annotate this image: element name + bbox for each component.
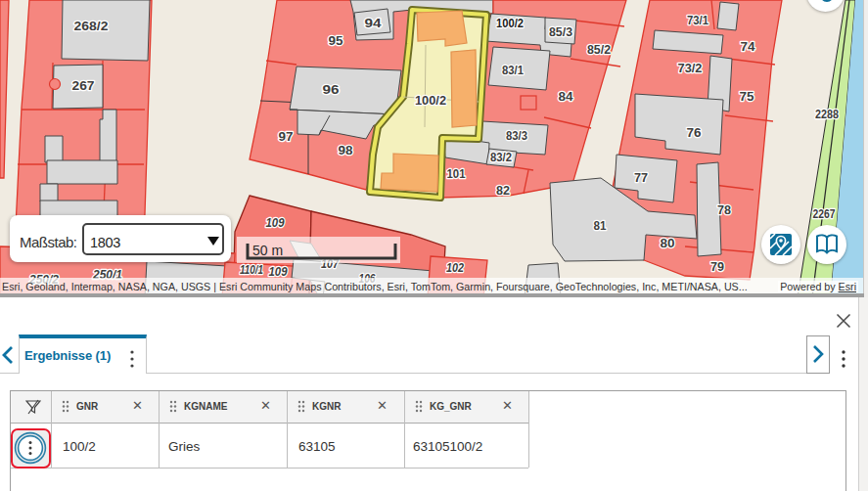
svg-text:94: 94 bbox=[365, 16, 383, 30]
svg-text:79: 79 bbox=[710, 259, 724, 274]
svg-text:77: 77 bbox=[634, 170, 648, 185]
svg-text:83/3: 83/3 bbox=[506, 128, 527, 143]
svg-text:2288: 2288 bbox=[815, 107, 839, 121]
svg-text:268/2: 268/2 bbox=[74, 19, 109, 33]
svg-text:83/1: 83/1 bbox=[502, 63, 524, 77]
svg-text:78: 78 bbox=[717, 202, 731, 217]
svg-text:97: 97 bbox=[279, 129, 294, 144]
svg-text:110/1: 110/1 bbox=[240, 262, 263, 277]
svg-text:267: 267 bbox=[72, 78, 95, 93]
svg-text:101: 101 bbox=[447, 166, 466, 181]
svg-text:100/2: 100/2 bbox=[415, 93, 446, 108]
svg-text:75: 75 bbox=[740, 89, 754, 104]
svg-text:96: 96 bbox=[323, 82, 340, 97]
svg-text:95: 95 bbox=[329, 33, 343, 48]
svg-text:109: 109 bbox=[269, 264, 289, 279]
svg-text:85/3: 85/3 bbox=[549, 24, 572, 39]
svg-text:102: 102 bbox=[446, 260, 465, 275]
svg-text:109: 109 bbox=[266, 215, 286, 230]
svg-text:80: 80 bbox=[661, 236, 675, 250]
svg-text:76: 76 bbox=[687, 125, 702, 140]
svg-text:85/2: 85/2 bbox=[587, 42, 611, 57]
svg-text:50 m: 50 m bbox=[252, 243, 283, 258]
svg-text:82: 82 bbox=[496, 183, 510, 198]
svg-text:73/1: 73/1 bbox=[687, 13, 708, 27]
svg-text:81: 81 bbox=[594, 218, 607, 233]
svg-text:98: 98 bbox=[339, 143, 353, 157]
svg-text:84: 84 bbox=[559, 89, 574, 104]
svg-text:100/2: 100/2 bbox=[496, 16, 524, 30]
svg-text:73/2: 73/2 bbox=[678, 61, 703, 75]
svg-text:83/2: 83/2 bbox=[490, 150, 512, 164]
svg-text:74: 74 bbox=[741, 39, 756, 54]
svg-text:2267: 2267 bbox=[813, 206, 836, 221]
